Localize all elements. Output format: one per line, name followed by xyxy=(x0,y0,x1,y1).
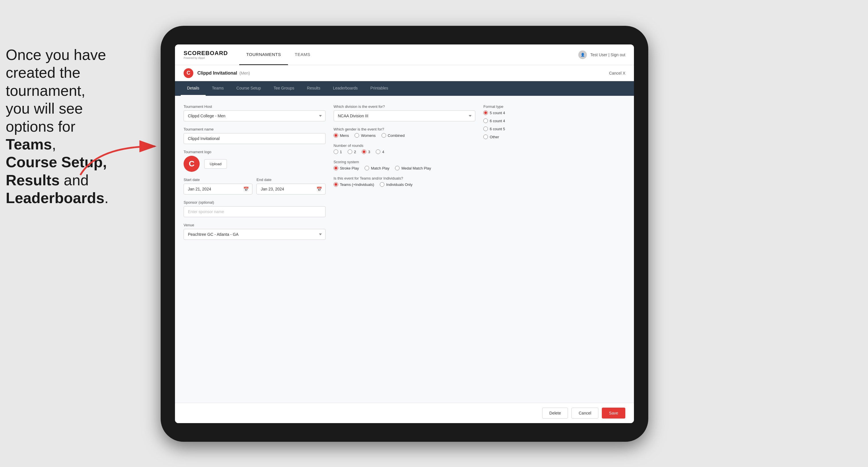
venue-select[interactable]: Peachtree GC - Atlanta - GA xyxy=(184,229,326,240)
tournament-logo-label: Tournament logo xyxy=(184,150,326,154)
end-date-calendar-icon: 📅 xyxy=(316,186,322,192)
nav-links: TOURNAMENTS TEAMS xyxy=(239,44,578,65)
format-5count4-radio[interactable] xyxy=(483,111,488,115)
nav-tournaments[interactable]: TOURNAMENTS xyxy=(239,44,288,65)
cancel-tournament-button[interactable]: Cancel X xyxy=(609,71,625,75)
logo-preview: C xyxy=(184,156,199,172)
tab-details[interactable]: Details xyxy=(181,81,206,96)
start-date-group: Start date 📅 xyxy=(184,178,252,194)
format-6count5-radio[interactable] xyxy=(483,126,488,131)
gender-womens-radio[interactable] xyxy=(354,133,359,138)
tab-printables[interactable]: Printables xyxy=(364,81,395,96)
scoring-match-radio[interactable] xyxy=(365,166,369,170)
format-radio-group: 5 count 4 6 count 4 6 count 5 xyxy=(483,111,625,139)
format-6count5[interactable]: 6 count 5 xyxy=(483,126,625,131)
tournament-name-group: Tournament name xyxy=(184,127,326,144)
tab-bar: Details Teams Course Setup Tee Groups Re… xyxy=(175,81,634,96)
logo-area: SCOREBOARD Powered by clippd xyxy=(184,50,228,59)
nav-teams[interactable]: TEAMS xyxy=(288,44,317,65)
scoring-radio-group: Stroke Play Match Play Medal Match Play xyxy=(334,166,475,170)
rounds-2[interactable]: 2 xyxy=(348,150,356,154)
gender-combined[interactable]: Combined xyxy=(381,133,405,138)
venue-group: Venue Peachtree GC - Atlanta - GA xyxy=(184,223,326,240)
rounds-3-radio[interactable] xyxy=(362,150,366,154)
division-label: Which division is the event for? xyxy=(334,104,475,109)
upload-button[interactable]: Upload xyxy=(204,159,227,169)
format-5count4[interactable]: 5 count 4 xyxy=(483,111,625,115)
scoring-stroke-radio[interactable] xyxy=(334,166,338,170)
end-date-input[interactable] xyxy=(256,184,325,194)
main-content: Tournament Host Clippd College - Men Tou… xyxy=(175,96,634,403)
form-col-1: Tournament Host Clippd College - Men Tou… xyxy=(184,104,326,240)
date-row: Start date 📅 End date 📅 xyxy=(184,178,326,194)
scoring-medal[interactable]: Medal Match Play xyxy=(395,166,431,170)
teams-label: Is this event for Teams and/or Individua… xyxy=(334,176,475,181)
tablet-screen: SCOREBOARD Powered by clippd TOURNAMENTS… xyxy=(175,44,634,423)
rounds-label: Number of rounds xyxy=(334,144,475,148)
tab-tee-groups[interactable]: Tee Groups xyxy=(267,81,301,96)
tab-teams[interactable]: Teams xyxy=(206,81,230,96)
format-label: Format type xyxy=(483,104,625,109)
format-other-radio[interactable] xyxy=(483,134,488,139)
tournament-name: Clippd Invitational xyxy=(197,70,237,76)
scoring-group: Scoring system Stroke Play Match Play xyxy=(334,160,475,170)
rounds-1[interactable]: 1 xyxy=(334,150,342,154)
form-grid: Tournament Host Clippd College - Men Tou… xyxy=(184,104,625,240)
start-date-input[interactable] xyxy=(184,184,252,194)
individuals-only[interactable]: Individuals Only xyxy=(380,182,412,187)
format-6count4[interactable]: 6 count 4 xyxy=(483,119,625,123)
scoring-medal-radio[interactable] xyxy=(395,166,400,170)
teams-group: Is this event for Teams and/or Individua… xyxy=(334,176,475,187)
division-select[interactable]: NCAA Division III xyxy=(334,111,475,121)
start-date-calendar-icon: 📅 xyxy=(243,186,249,192)
tournament-logo-group: Tournament logo C Upload xyxy=(184,150,326,172)
teams-with-individuals[interactable]: Teams (+Individuals) xyxy=(334,182,374,187)
teams-combined-radio[interactable] xyxy=(334,182,338,187)
tournament-type: (Men) xyxy=(240,71,250,75)
division-group: Which division is the event for? NCAA Di… xyxy=(334,104,475,121)
rounds-1-radio[interactable] xyxy=(334,150,338,154)
gender-group: Which gender is the event for? Mens Wome… xyxy=(334,127,475,138)
sponsor-input[interactable] xyxy=(184,206,326,217)
start-date-label: Start date xyxy=(184,178,252,182)
end-date-group: End date 📅 xyxy=(256,178,325,194)
scoring-match[interactable]: Match Play xyxy=(365,166,389,170)
start-date-wrap: 📅 xyxy=(184,184,252,194)
save-button[interactable]: Save xyxy=(602,408,625,418)
logo-upload-area: C Upload xyxy=(184,156,326,172)
tournament-host-group: Tournament Host Clippd College - Men xyxy=(184,104,326,121)
format-other[interactable]: Other xyxy=(483,134,625,139)
individuals-only-radio[interactable] xyxy=(380,182,384,187)
scoring-stroke[interactable]: Stroke Play xyxy=(334,166,359,170)
gender-combined-radio[interactable] xyxy=(381,133,386,138)
rounds-3[interactable]: 3 xyxy=(362,150,370,154)
tournament-name-input[interactable] xyxy=(184,133,326,144)
tournament-logo-icon: C xyxy=(184,68,193,78)
user-avatar: 👤 xyxy=(578,51,587,59)
user-sign-out[interactable]: Test User | Sign out xyxy=(590,53,625,57)
rounds-4[interactable]: 4 xyxy=(376,150,384,154)
tab-course-setup[interactable]: Course Setup xyxy=(230,81,267,96)
format-6count4-radio[interactable] xyxy=(483,119,488,123)
arrow-decoration xyxy=(74,123,175,189)
tournament-host-label: Tournament Host xyxy=(184,104,326,109)
gender-mens[interactable]: Mens xyxy=(334,133,349,138)
cancel-button[interactable]: Cancel xyxy=(571,408,598,418)
form-col-3: Format type 5 count 4 6 count 4 xyxy=(483,104,625,240)
gender-label: Which gender is the event for? xyxy=(334,127,475,131)
tab-leaderboards[interactable]: Leaderboards xyxy=(327,81,364,96)
tab-results[interactable]: Results xyxy=(301,81,327,96)
sponsor-group: Sponsor (optional) xyxy=(184,200,326,217)
end-date-wrap: 📅 xyxy=(256,184,325,194)
end-date-label: End date xyxy=(256,178,325,182)
gender-womens[interactable]: Womens xyxy=(354,133,375,138)
rounds-group: Number of rounds 1 2 xyxy=(334,144,475,154)
gender-mens-radio[interactable] xyxy=(334,133,338,138)
tournament-name-label: Tournament name xyxy=(184,127,326,131)
delete-button[interactable]: Delete xyxy=(542,408,568,418)
rounds-4-radio[interactable] xyxy=(376,150,380,154)
rounds-2-radio[interactable] xyxy=(348,150,352,154)
tournament-host-select[interactable]: Clippd College - Men xyxy=(184,111,326,121)
logo-subtitle: Powered by clippd xyxy=(184,57,228,59)
user-area: 👤 Test User | Sign out xyxy=(578,51,625,59)
